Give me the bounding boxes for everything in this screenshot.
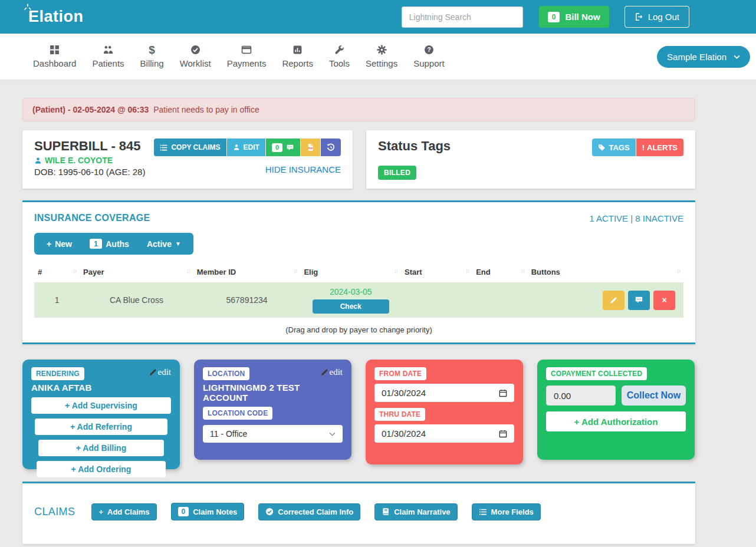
table-header-row: #↓↑ Payer↓↑ Member ID↓↑ Elig↓↑ Start↓↑ E…: [34, 263, 683, 282]
add-billing-button[interactable]: + Add Billing: [38, 440, 164, 456]
col-elig: Elig↓↑: [300, 263, 401, 282]
alerts-button[interactable]: ! ALERTS: [636, 139, 683, 156]
patient-name[interactable]: WILE E. COYOTE: [45, 156, 113, 165]
col-payer: Payer↓↑: [80, 263, 193, 282]
plus-icon: +: [76, 443, 81, 453]
copy-claims-button[interactable]: COPY CLAIMS: [154, 139, 226, 156]
claims-section: CLAIMS + Add Claims 0 Claim Notes Correc…: [22, 482, 695, 544]
sort-icon[interactable]: ↓↑: [521, 268, 524, 274]
pdf-button[interactable]: PDF: [301, 139, 320, 156]
dashboard-icon: [50, 45, 60, 55]
tags-button[interactable]: TAGS: [592, 139, 636, 156]
insurance-title: INSURANCE COVERAGE: [34, 213, 150, 223]
close-icon: ×: [662, 295, 666, 305]
more-fields-button[interactable]: More Fields: [472, 503, 541, 520]
thru-date-input[interactable]: 01/30/2024: [374, 424, 514, 443]
add-referring-button[interactable]: + Add Referring: [35, 419, 167, 435]
superbill-title: SUPERBILL - 845: [34, 139, 145, 154]
sort-icon[interactable]: ↓↑: [293, 268, 297, 274]
superbill-info: SUPERBILL - 845 WILE E. COYOTE DOB: 1995…: [34, 139, 145, 180]
edit-rendering-link[interactable]: edit: [149, 367, 172, 377]
copayment-card: COPAYMENT COLLECTED Collect Now + Add Au…: [537, 360, 695, 460]
exclamation-icon: !: [642, 143, 645, 152]
copayment-badge: COPAYMENT COLLECTED: [546, 367, 647, 380]
insurance-notes-button[interactable]: [628, 291, 650, 310]
add-claims-button[interactable]: + Add Claims: [91, 503, 156, 520]
search-input[interactable]: [402, 6, 523, 28]
new-insurance-button[interactable]: + New: [38, 233, 81, 255]
location-code-badge: LOCATION CODE: [203, 407, 272, 420]
bill-now-count-badge: 0: [548, 12, 560, 22]
logout-button[interactable]: Log Out: [624, 6, 689, 28]
col-num: #↓↑: [34, 263, 80, 282]
claim-narrative-button[interactable]: Claim Narrative: [374, 503, 457, 520]
bill-now-button[interactable]: 0 Bill Now: [539, 6, 609, 28]
location-code-select[interactable]: 11 - Office: [203, 425, 343, 443]
payments-card-icon: [241, 45, 252, 55]
from-date-badge: FROM DATE: [374, 367, 426, 380]
pencil-icon: [149, 368, 157, 376]
auths-button[interactable]: 1 Auths: [81, 233, 138, 255]
insurance-row[interactable]: 1 CA Blue Cross 567891234 2024-03-05 Che…: [34, 282, 683, 318]
book-icon: [382, 508, 390, 516]
nav-item-support[interactable]: ? Support: [413, 45, 445, 68]
superbill-card: SUPERBILL - 845 WILE E. COYOTE DOB: 1995…: [22, 130, 353, 189]
claim-notes-button[interactable]: 0 Claim Notes: [171, 503, 245, 520]
row-elig: 2024-03-05 Check: [300, 282, 401, 318]
from-date-input[interactable]: 01/30/2024: [374, 384, 514, 402]
copay-amount-input[interactable]: [546, 385, 616, 406]
edit-insurance-button[interactable]: [603, 291, 624, 310]
row-buttons: ×: [528, 282, 683, 318]
col-buttons: Buttons↓↑: [528, 263, 683, 282]
nav-item-reports[interactable]: Reports: [282, 45, 313, 68]
delete-insurance-button[interactable]: ×: [653, 291, 675, 310]
main-nav: Dashboard Patients $ Billing Worklist Pa…: [0, 34, 756, 81]
list-icon: [479, 508, 487, 516]
col-start: Start↓↑: [401, 263, 472, 282]
sort-icon[interactable]: ↓↑: [186, 268, 190, 274]
logo-text: Elation: [28, 8, 84, 25]
nav-item-settings[interactable]: Settings: [366, 45, 397, 68]
nav-item-patients[interactable]: Patients: [92, 45, 124, 68]
hide-insurance-link[interactable]: HIDE INSURANCE: [265, 164, 341, 174]
list-icon: [160, 144, 167, 151]
settings-gear-icon: [377, 45, 387, 55]
thru-date-badge: THRU DATE: [374, 408, 425, 421]
plus-icon: +: [98, 508, 103, 516]
edit-location-link[interactable]: edit: [321, 367, 343, 377]
elation-logo[interactable]: Elation: [22, 8, 84, 26]
nav-item-tools[interactable]: Tools: [329, 45, 350, 68]
pencil-icon: [321, 368, 328, 376]
nav-item-billing[interactable]: $ Billing: [140, 45, 164, 68]
sort-icon[interactable]: ↓↑: [676, 268, 680, 274]
tools-wrench-icon: [334, 45, 344, 55]
add-authorization-button[interactable]: + Add Authorization: [546, 411, 686, 431]
drag-drop-hint: (Drag and drop by payer to change priori…: [34, 325, 683, 334]
chevron-down-icon: [734, 55, 740, 59]
corrected-claim-info-button[interactable]: Corrected Claim Info: [258, 503, 360, 520]
patient-dob: DOB: 1995-06-10 (AGE: 28): [34, 167, 145, 177]
active-filter-dropdown[interactable]: Active ▼: [138, 233, 190, 255]
nav-item-dashboard[interactable]: Dashboard: [33, 45, 76, 68]
history-button[interactable]: [321, 139, 341, 156]
superbill-notes-button[interactable]: 0: [266, 139, 300, 156]
add-supervising-button[interactable]: + Add Supervising: [31, 397, 171, 414]
sort-icon[interactable]: ↓↑: [73, 268, 76, 274]
insurance-summary: 1 ACTIVE | 8 INACTIVE: [589, 213, 683, 223]
nav-item-worklist[interactable]: Worklist: [180, 45, 211, 68]
add-ordering-button[interactable]: + Add Ordering: [37, 461, 166, 477]
plus-icon: +: [574, 417, 580, 427]
insurance-toolbar: + New 1 Auths Active ▼: [34, 233, 193, 255]
nav-item-payments[interactable]: Payments: [227, 45, 267, 68]
sort-icon[interactable]: ↓↑: [394, 268, 397, 274]
service-dates-card: FROM DATE 01/30/2024 THRU DATE 01/30/202…: [366, 360, 523, 464]
col-member-id: Member ID↓↑: [193, 263, 301, 282]
sort-icon[interactable]: ↓↑: [465, 268, 469, 274]
collect-now-button[interactable]: Collect Now: [622, 385, 686, 406]
calendar-icon: [499, 430, 507, 438]
plus-icon: +: [70, 422, 75, 431]
account-dropdown[interactable]: Sample Elation: [657, 46, 750, 68]
calendar-icon: [499, 389, 507, 397]
check-eligibility-button[interactable]: Check: [313, 299, 389, 314]
edit-superbill-button[interactable]: EDIT: [227, 139, 265, 156]
